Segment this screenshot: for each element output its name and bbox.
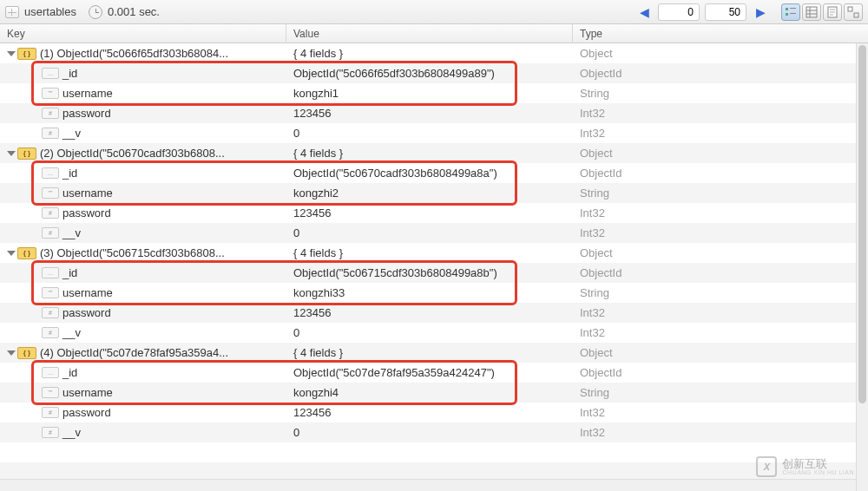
- column-header-value[interactable]: Value: [286, 24, 573, 43]
- page-prev-button[interactable]: ◀: [635, 3, 653, 21]
- row-type: String: [573, 386, 868, 399]
- page-next-button[interactable]: ▶: [752, 3, 769, 21]
- row-type: ObjectId: [573, 167, 868, 180]
- tree-parent-row[interactable]: { }(3) ObjectId("5c06715cdf303b6808...{ …: [0, 243, 868, 263]
- view-mode-buttons: [781, 3, 863, 21]
- svg-rect-13: [854, 13, 858, 17]
- type-badge-icon: #: [42, 307, 59, 318]
- tree-parent-row[interactable]: { }(4) ObjectId("5c07de78faf95a359a4...{…: [0, 343, 868, 363]
- row-type: Int32: [573, 406, 868, 419]
- row-type: ObjectId: [573, 266, 868, 279]
- row-key: username: [62, 386, 113, 399]
- row-type: Int32: [573, 127, 868, 140]
- tree-field-row[interactable]: …_idObjectId("5c0670cadf303b6808499a8a")…: [0, 163, 868, 183]
- tree-field-row[interactable]: ""usernamekongzhi4String: [0, 383, 868, 403]
- row-value: 123456: [286, 306, 573, 319]
- type-badge-icon: #: [42, 108, 59, 119]
- object-badge-icon: { }: [17, 347, 36, 359]
- row-key: __v: [62, 426, 81, 439]
- row-value: kongzhi1: [286, 87, 573, 100]
- row-value: kongzhi4: [286, 386, 573, 399]
- type-badge-icon: …: [42, 167, 59, 179]
- row-key: password: [62, 306, 111, 319]
- table-view-button[interactable]: [802, 3, 821, 21]
- tree-field-row[interactable]: #password123456Int32: [0, 403, 868, 422]
- disclosure-triangle-icon[interactable]: [7, 251, 16, 256]
- row-key: __v: [62, 326, 81, 339]
- row-key: _id: [62, 167, 77, 180]
- tree-field-row[interactable]: …_idObjectId("5c06715cdf303b6808499a8b")…: [0, 263, 868, 283]
- row-type: Int32: [573, 306, 868, 319]
- disclosure-triangle-icon[interactable]: [7, 51, 16, 56]
- type-badge-icon: #: [42, 427, 59, 438]
- tree-field-row[interactable]: #__v0Int32: [0, 123, 868, 143]
- tree-field-row[interactable]: #password123456Int32: [0, 203, 868, 223]
- tree-parent-row[interactable]: { }(2) ObjectId("5c0670cadf303b6808...{ …: [0, 143, 868, 163]
- row-value: 123456: [286, 406, 573, 419]
- object-badge-icon: { }: [17, 147, 36, 160]
- row-type: Int32: [573, 107, 868, 120]
- table-name: usertables: [24, 5, 76, 18]
- row-key: __v: [62, 127, 81, 140]
- page-start-input[interactable]: [658, 3, 700, 21]
- tree-field-row[interactable]: ""usernamekongzhi1String: [0, 83, 868, 103]
- row-value: 123456: [286, 107, 573, 120]
- row-type: Object: [573, 147, 868, 160]
- row-value: kongzhi2: [286, 187, 573, 200]
- type-badge-icon: #: [42, 407, 59, 418]
- row-type: Int32: [573, 206, 868, 219]
- row-type: Int32: [573, 426, 868, 439]
- tree-field-row[interactable]: ""usernamekongzhi2String: [0, 183, 868, 203]
- row-key: password: [62, 107, 111, 120]
- row-key: password: [62, 406, 111, 419]
- row-value: { 4 fields }: [286, 147, 573, 160]
- tree-field-row[interactable]: …_idObjectId("5c066f65df303b6808499a89")…: [0, 63, 868, 83]
- row-key: (4) ObjectId("5c07de78faf95a359a4...: [40, 346, 228, 359]
- tree-area: { }(1) ObjectId("5c066f65df303b68084...{…: [0, 43, 868, 491]
- disclosure-triangle-icon[interactable]: [7, 350, 16, 356]
- type-badge-icon: #: [42, 207, 59, 219]
- svg-rect-1: [790, 8, 796, 9]
- row-value: ObjectId("5c066f65df303b6808499a89"): [286, 67, 573, 80]
- expand-view-button[interactable]: [844, 3, 863, 21]
- horizontal-scrollbar[interactable]: [0, 479, 856, 491]
- row-type: Int32: [573, 226, 868, 239]
- row-value: 0: [286, 127, 573, 140]
- row-type: Object: [573, 246, 868, 259]
- row-value: 0: [286, 426, 573, 439]
- column-header-key[interactable]: Key: [0, 24, 286, 43]
- row-key: _id: [62, 366, 77, 379]
- type-badge-icon: "": [42, 187, 59, 199]
- tree-field-row[interactable]: ""usernamekongzhi33String: [0, 283, 868, 303]
- row-key: _id: [62, 67, 77, 80]
- tree-parent-row[interactable]: { }(1) ObjectId("5c066f65df303b68084...{…: [0, 43, 868, 63]
- column-header-type[interactable]: Type: [573, 24, 868, 43]
- clock-icon: [89, 5, 102, 19]
- tree-field-row[interactable]: #__v0Int32: [0, 422, 868, 442]
- tree-field-row[interactable]: #password123456Int32: [0, 303, 868, 323]
- svg-rect-12: [848, 7, 852, 11]
- type-badge-icon: #: [42, 128, 59, 139]
- type-badge-icon: "": [42, 88, 59, 99]
- text-view-button[interactable]: [823, 3, 842, 21]
- row-key: (3) ObjectId("5c06715cdf303b6808...: [40, 246, 225, 259]
- watermark-brand: 创新互联: [782, 458, 854, 469]
- vertical-scrollbar[interactable]: [856, 43, 868, 491]
- row-type: ObjectId: [573, 366, 868, 379]
- page-size-input[interactable]: [705, 3, 746, 21]
- row-value: { 4 fields }: [286, 47, 573, 60]
- tree-field-row[interactable]: …_idObjectId("5c07de78faf95a359a424247")…: [0, 363, 868, 383]
- toolbar: usertables 0.001 sec. ◀ ▶: [0, 0, 868, 24]
- disclosure-triangle-icon[interactable]: [7, 151, 16, 156]
- tree-field-row[interactable]: #__v0Int32: [0, 323, 868, 343]
- row-value: { 4 fields }: [286, 346, 573, 359]
- row-key: __v: [62, 226, 81, 239]
- object-badge-icon: { }: [17, 247, 36, 259]
- tree-view-button[interactable]: [781, 3, 800, 21]
- row-value: 0: [286, 326, 573, 339]
- row-value: { 4 fields }: [286, 246, 573, 259]
- row-key: _id: [62, 266, 77, 279]
- watermark: X 创新互联 CHUANG XIN HU LIAN: [756, 456, 854, 477]
- tree-field-row[interactable]: #__v0Int32: [0, 223, 868, 243]
- tree-field-row[interactable]: #password123456Int32: [0, 103, 868, 123]
